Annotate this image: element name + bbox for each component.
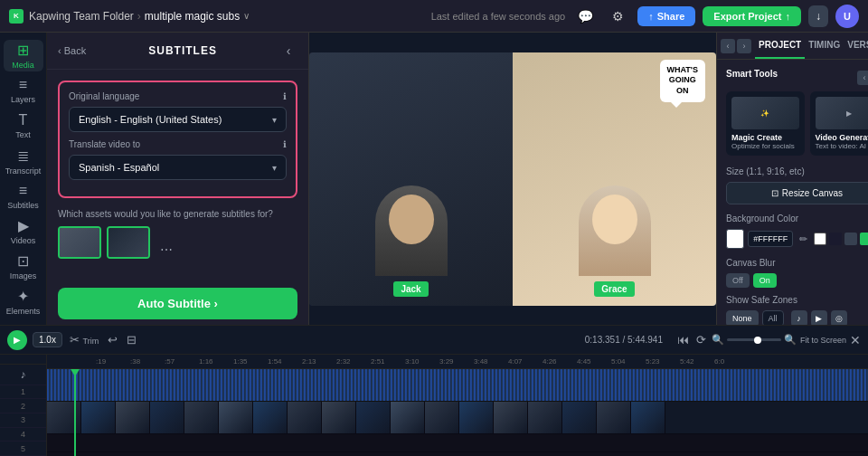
ruler-mark: 4:45 [575,357,609,366]
zoom-bar[interactable] [727,338,781,341]
prev-frame-button[interactable]: ⏮ [675,331,691,348]
tab-next-arrow[interactable]: › [737,39,751,53]
export-button[interactable]: Export Project ↑ [703,6,801,26]
fit-to-screen-button[interactable]: Fit to Screen [800,336,846,345]
video-thumb-cell [528,402,562,434]
swatch-white[interactable] [814,233,826,245]
translate-section: Translate video to ℹ Spanish - Español ▾ [69,139,287,180]
instagram-icon[interactable]: ◎ [831,310,847,325]
asset-row: ⋯ [58,226,297,273]
smart-tools-grid: ✨ Magic Create Optimize for socials ▶ Vi… [726,91,868,156]
panel-header: ‹ Back SUBTITLES ‹ [47,33,308,70]
sidebar-item-media[interactable]: ⊞ Media [4,40,43,71]
sidebar-item-text[interactable]: T Text [4,110,43,142]
images-icon: ⊡ [17,252,29,270]
audio-track-main [47,369,868,402]
video-thumb-cell [184,402,219,434]
sidebar-item-transcript[interactable]: ≣ Transcript [4,146,43,177]
close-timeline-button[interactable]: ✕ [850,333,861,347]
resize-icon: ⊡ [771,188,778,198]
sidebar-item-images[interactable]: ⊡ Images [4,251,43,282]
collapse-button[interactable]: ‹ [279,42,297,60]
canvas-blur-label: Canvas Blur ℹ [726,258,868,268]
sidebar-label-text: Text [15,130,31,139]
background-color-section: Background Color #FFFFFF ✏ [726,214,868,249]
settings-icon-btn[interactable]: ⚙ [605,4,630,29]
size-label: Size (1:1, 9:16, etc) [726,166,868,176]
ruler-mark: 1:35 [231,357,266,366]
color-hex-value[interactable]: #FFFFFF [748,231,793,247]
youtube-icon[interactable]: ▶ [811,310,827,325]
right-panel: ‹ › PROJECT TIMING VERSIONS Smart Tools … [716,33,868,325]
blur-off-button[interactable]: Off [726,273,750,288]
ruler-mark: 3:29 [438,357,472,366]
safe-zones-row: None All ♪ ▶ ◎ [726,310,868,325]
magic-create-tool[interactable]: ✨ Magic Create Optimize for socials [726,91,805,156]
ruler-mark: 4:07 [506,357,541,366]
tracks-content: :19:38:571:161:351:542:132:322:513:103:2… [47,355,868,456]
transcript-icon: ≣ [17,147,29,165]
back-button[interactable]: ‹ Back [58,45,86,56]
swatch-gray[interactable] [844,233,857,245]
sidebar-label-videos: Videos [11,236,35,245]
resize-canvas-button[interactable]: ⊡ Resize Canvas [726,182,868,204]
share-icon: ↑ [648,11,654,22]
edit-color-icon[interactable]: ✏ [797,232,810,246]
zoom-out-icon[interactable]: 🔍 [712,334,724,346]
safe-zones-label: Show Safe Zones ℹ [726,295,868,305]
zoom-in-icon[interactable]: 🔍 [784,334,797,346]
auto-subtitle-button[interactable]: Auto Subtitle › [58,288,297,319]
zone-all-button[interactable]: All [762,310,784,325]
breadcrumb-chevron[interactable]: ∨ [243,11,250,21]
breadcrumb-current[interactable]: multiple magic subs [145,10,240,23]
translate-dropdown-chevron-icon: ▾ [272,163,277,173]
sidebar-item-videos[interactable]: ▶ Videos [4,215,43,247]
asset-thumb-2[interactable] [107,226,150,259]
sidebar-item-elements[interactable]: ✦ Elements [4,286,43,318]
download-button[interactable]: ↓ [808,5,828,27]
time-display: 0:13.351 / 5:44.941 [585,335,663,345]
empty-track-1 [47,434,868,452]
track-label-music: ♪ [0,365,46,385]
message-icon-btn[interactable]: 💬 [572,4,598,29]
tab-versions[interactable]: VERSIONS [844,33,868,59]
color-picker-row: #FFFFFF ✏ [726,229,868,249]
sidebar-item-layers[interactable]: ≡ Layers [4,75,43,107]
speed-button[interactable]: 1.0x [33,332,62,347]
magic-create-name: Magic Create [731,133,799,142]
tab-prev-arrow[interactable]: ‹ [721,39,735,53]
sidebar-label-transcript: Transcript [5,166,42,176]
more-assets-button[interactable]: ⋯ [156,233,177,266]
share-button[interactable]: ↑ Share [637,6,695,26]
safe-zones-section: Show Safe Zones ℹ None All ♪ ▶ ◎ [726,295,868,325]
tab-timing[interactable]: TIMING [805,33,844,59]
video-thumb-cell [425,402,459,434]
tiktok-icon[interactable]: ♪ [791,310,807,325]
person-grace: WHAT'S GOING ON Grace [513,52,716,306]
play-button[interactable]: ▶ [7,330,27,350]
translate-language-select[interactable]: Spanish - Español ▾ [69,155,287,180]
color-preview[interactable] [726,229,744,249]
loop-button[interactable]: ⟳ [694,331,708,348]
original-language-select[interactable]: English - English (United States) ▾ [69,107,287,132]
video-thumb-cell [459,402,494,434]
zone-none-button[interactable]: None [726,310,759,325]
swatch-dark[interactable] [829,233,842,245]
tools-prev-arrow[interactable]: ‹ [857,71,868,85]
video-thumb-cell [391,402,425,434]
video-generator-tool[interactable]: ▶ Video Generator Text to video: AI [810,91,869,156]
undo-button[interactable]: ↩ [106,331,119,348]
grace-name-tag: Grace [594,281,634,297]
smart-tools-header: Smart Tools ‹ › [726,69,868,86]
media-icon: ⊞ [17,42,29,59]
trim-label[interactable]: ✂ Trim [68,331,100,348]
tab-project[interactable]: PROJECT [755,33,805,59]
swatch-green[interactable] [860,233,868,245]
smart-tools-title: Smart Tools [726,69,778,79]
asset-thumb-1[interactable] [58,226,101,259]
blur-on-button[interactable]: On [753,273,777,288]
ruler-mark: 4:26 [541,357,575,366]
split-button[interactable]: ⊟ [125,331,138,348]
breadcrumb-folder[interactable]: Kapwing Team Folder [29,10,134,23]
sidebar-item-subtitles[interactable]: ≡ Subtitles [4,181,43,213]
